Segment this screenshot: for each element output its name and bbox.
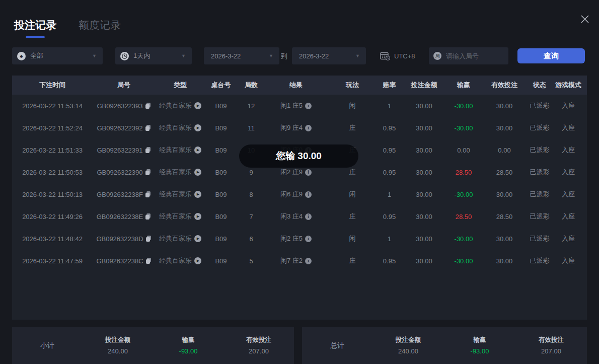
bet-time-cell: 2026-03-22 11:52:24 xyxy=(12,124,93,132)
play-video-icon[interactable]: ▶ xyxy=(194,102,201,109)
play-type-cell: 庄 xyxy=(326,123,379,132)
filter-bar: ♠ 全部 ▼ 1天内 ▼ 2026-3-22 ▼ 到 2026-3-22 ▼ xyxy=(0,47,599,64)
column-header: 类型 xyxy=(155,81,205,90)
table-row: 2026-03-22 11:48:42 GB092632238D 经典百家乐 ▶… xyxy=(12,228,587,250)
game-mode-cell: 入座 xyxy=(550,234,587,243)
total-valid-bet: 有效投注 207.00 xyxy=(515,327,587,355)
play-video-icon[interactable]: ▶ xyxy=(194,147,201,154)
play-video-icon[interactable]: ▶ xyxy=(194,124,201,131)
copy-icon[interactable] xyxy=(145,103,151,109)
subtotal-winloss: 输赢 -93.00 xyxy=(153,327,223,355)
table-no-cell: B09 xyxy=(205,235,237,243)
play-video-icon[interactable]: ▶ xyxy=(194,213,201,220)
close-button[interactable] xyxy=(578,12,592,26)
column-header: 投注金额 xyxy=(400,81,448,90)
winloss-cell: -30.00 xyxy=(448,124,479,132)
tab-bet-records[interactable]: 投注记录 xyxy=(14,18,56,38)
round-no-cell: 7 xyxy=(237,213,266,221)
table-body: 2026-03-22 11:53:14 GB0926322393 经典百家乐 ▶… xyxy=(12,95,587,272)
play-video-icon[interactable]: ▶ xyxy=(194,191,201,198)
copy-icon[interactable] xyxy=(145,147,151,153)
table-row: 2026-03-22 11:50:13 GB092632238F 经典百家乐 ▶… xyxy=(12,183,587,205)
tab-quota-records[interactable]: 额度记录 xyxy=(79,18,121,38)
status-cell: 已派彩 xyxy=(530,168,550,177)
subtotal-bet-amount: 投注金额 240.00 xyxy=(83,327,153,355)
valid-bet-cell: 30.00 xyxy=(479,124,530,132)
round-id-cell: GB092632238C xyxy=(93,257,155,265)
timezone-indicator: UTC+8 xyxy=(380,47,415,64)
round-id-cell: GB0926322392 xyxy=(93,124,155,132)
date-to-select[interactable]: 2026-3-22 ▼ xyxy=(292,47,366,64)
bet-time-cell: 2026-03-22 11:51:33 xyxy=(12,147,93,154)
game-type-cell: 经典百家乐 ▶ xyxy=(155,145,205,155)
valid-bet-cell: 30.00 xyxy=(479,102,530,110)
column-header: 玩法 xyxy=(326,81,379,90)
winloss-cell: -30.00 xyxy=(448,102,479,110)
date-from-value: 2026-3-22 xyxy=(211,52,241,60)
play-video-icon[interactable]: ▶ xyxy=(194,257,201,264)
winloss-cell: 28.50 xyxy=(448,169,479,176)
status-cell: 已派彩 xyxy=(530,190,550,199)
query-button[interactable]: 查询 xyxy=(517,48,585,63)
odds-cell: 0.95 xyxy=(379,213,400,221)
bet-time-cell: 2026-03-22 11:48:42 xyxy=(12,235,93,243)
bet-amount-cell: 30.00 xyxy=(400,235,448,243)
game-mode-cell: 入座 xyxy=(550,145,587,155)
play-video-icon[interactable]: ▶ xyxy=(194,169,201,176)
bet-time-cell: 2026-03-22 11:50:53 xyxy=(12,169,93,176)
column-header: 游戏模式 xyxy=(550,81,587,90)
loss-toast: 您输 30.00 xyxy=(239,144,358,168)
date-from-select[interactable]: 2026-3-22 ▼ xyxy=(204,47,279,64)
game-type-value: 全部 xyxy=(30,51,43,60)
bet-amount-cell: 30.00 xyxy=(400,213,448,221)
calendar-clock-icon xyxy=(380,51,390,60)
copy-icon[interactable] xyxy=(145,213,151,220)
game-type-cell: 经典百家乐 ▶ xyxy=(155,190,205,199)
info-icon[interactable]: i xyxy=(305,103,312,109)
tab-label: 额度记录 xyxy=(79,19,121,31)
table-no-cell: B09 xyxy=(205,169,237,176)
play-type-cell: 庄 xyxy=(326,212,379,221)
result-cell: 闲2 庄5 i xyxy=(266,234,326,243)
table-row: 2026-03-22 11:53:14 GB0926322393 经典百家乐 ▶… xyxy=(12,95,587,117)
round-id-cell: GB0926322390 xyxy=(93,169,155,176)
round-search-field: 局 xyxy=(429,47,508,64)
info-icon[interactable]: i xyxy=(305,236,312,242)
info-icon[interactable]: i xyxy=(305,258,312,264)
chevron-down-icon: ▼ xyxy=(269,53,273,58)
info-icon[interactable]: i xyxy=(305,125,312,131)
copy-icon[interactable] xyxy=(146,236,152,242)
total-label: 总计 xyxy=(302,327,372,350)
tab-bar: 投注记录 额度记录 xyxy=(14,18,121,38)
info-icon[interactable]: i xyxy=(305,169,312,176)
active-tab-underline xyxy=(26,36,45,38)
bet-records-table: 下注时间局号类型桌台号局数结果玩法赔率投注金额输赢有效投注状态游戏模式 2026… xyxy=(12,76,587,320)
table-no-cell: B09 xyxy=(205,124,237,132)
date-to-label: 到 xyxy=(281,52,287,61)
play-video-icon[interactable]: ▶ xyxy=(194,235,201,242)
table-no-cell: B09 xyxy=(205,147,237,154)
info-icon[interactable]: i xyxy=(305,191,312,198)
play-type-cell: 庄 xyxy=(326,256,379,265)
time-range-value: 1天内 xyxy=(133,51,150,60)
play-type-cell: 闲 xyxy=(326,190,379,199)
game-type-select[interactable]: ♠ 全部 ▼ xyxy=(12,47,103,64)
table-no-cell: B09 xyxy=(205,213,237,221)
copy-icon[interactable] xyxy=(145,125,151,131)
valid-bet-cell: 28.50 xyxy=(479,213,530,221)
column-header: 有效投注 xyxy=(479,81,530,90)
time-range-select[interactable]: 1天内 ▼ xyxy=(115,47,192,64)
status-cell: 已派彩 xyxy=(530,101,550,110)
copy-icon[interactable] xyxy=(145,169,151,175)
clock-icon xyxy=(120,52,129,60)
info-icon[interactable]: i xyxy=(305,213,312,220)
game-type-cell: 经典百家乐 ▶ xyxy=(155,212,205,221)
copy-icon[interactable] xyxy=(146,258,152,264)
play-type-cell: 庄 xyxy=(326,168,379,177)
bet-amount-cell: 30.00 xyxy=(400,102,448,110)
game-type-cell: 经典百家乐 ▶ xyxy=(155,101,205,110)
copy-icon[interactable] xyxy=(145,191,151,197)
round-no-cell: 12 xyxy=(237,102,266,110)
winloss-cell: 0.00 xyxy=(448,147,479,154)
odds-cell: 1 xyxy=(379,102,400,110)
